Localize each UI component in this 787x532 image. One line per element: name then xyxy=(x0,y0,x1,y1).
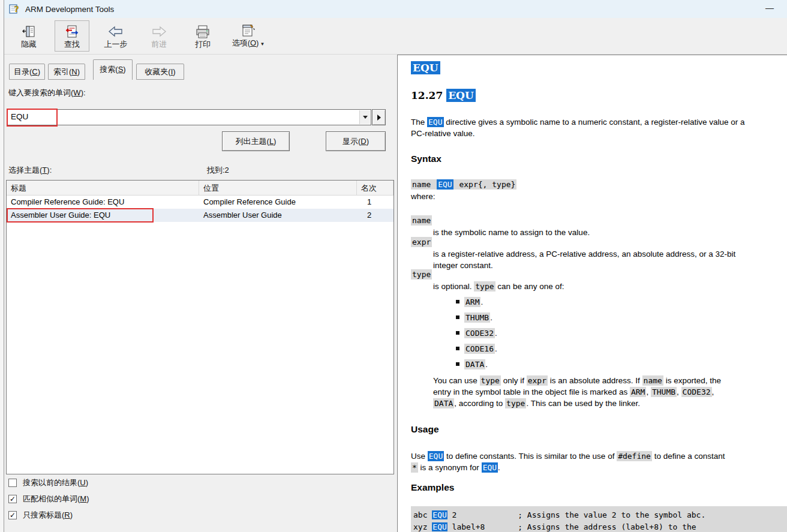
table-row[interactable]: Compiler Reference Guide: EQU Compiler R… xyxy=(7,196,394,209)
list-item: THUMB. xyxy=(456,312,492,323)
print-icon xyxy=(194,24,211,40)
definition-term: type xyxy=(411,269,432,280)
find-label: 查找 xyxy=(64,40,80,49)
hide-button[interactable]: 隐藏 xyxy=(13,20,45,52)
back-button[interactable]: 上一步 xyxy=(98,20,134,52)
content-pane: EQU 12.27 EQU The EQU directive gives a … xyxy=(397,55,787,532)
navigation-pane: 目录(C) 索引(N) 搜索(S) 收藏夹(I) 键入要搜索的单词(W): EQ… xyxy=(4,55,396,532)
checkbox-box[interactable]: ✓ xyxy=(8,511,17,519)
results-header-row: 标题 位置 名次 xyxy=(7,181,394,196)
tab-contents[interactable]: 目录(C) xyxy=(9,64,45,80)
toolbar: 隐藏 查找 上一步 xyxy=(4,18,787,55)
arrow-right-icon xyxy=(377,115,381,121)
print-button[interactable]: 打印 xyxy=(186,20,220,52)
list-topics-button[interactable]: 列出主题(L) xyxy=(222,131,290,151)
note-line: entry in the symbol table in the object … xyxy=(433,386,714,398)
display-button[interactable]: 显示(D) xyxy=(326,131,386,151)
code-line: xyz EQU label+8 ; Assigns the address (l… xyxy=(413,521,787,532)
list-item: CODE32. xyxy=(456,327,497,339)
checkbox-match-similar[interactable]: ✓ 匹配相似的单词(M) xyxy=(8,494,89,504)
expand-arrow-button[interactable] xyxy=(372,109,386,125)
chevron-down-icon xyxy=(363,116,368,119)
definition-desc: is a register-relative address, a PC-rel… xyxy=(433,248,735,260)
search-value: EQU xyxy=(11,112,28,121)
keyword-label: 键入要搜索的单词(W): xyxy=(8,88,86,98)
minimize-button[interactable]: — xyxy=(763,2,776,14)
svg-text:?: ? xyxy=(14,4,19,14)
help-topic: EQU 12.27 EQU The EQU directive gives a … xyxy=(398,55,787,532)
checkbox-box[interactable]: ✓ xyxy=(8,495,17,503)
back-label: 上一步 xyxy=(104,40,128,49)
list-item: DATA. xyxy=(456,359,488,370)
options-icon xyxy=(239,23,257,38)
find-button[interactable]: 查找 xyxy=(55,20,89,52)
usage-line: * is a synonym for EQU. xyxy=(411,462,500,473)
definition-desc: is the symbolic name to assign to the va… xyxy=(433,227,590,238)
tab-favorites[interactable]: 收藏夹(I) xyxy=(136,64,184,80)
note-line: You can use type only if expr is an abso… xyxy=(433,375,721,386)
find-icon xyxy=(64,24,80,40)
window-title: ARM Development Tools xyxy=(25,5,114,14)
title-bar: ? ARM Development Tools — xyxy=(4,0,787,18)
print-label: 打印 xyxy=(195,40,211,49)
app-window: ? ARM Development Tools — 隐藏 xyxy=(0,0,787,532)
note-line: DATA, according to type. This can be use… xyxy=(433,398,640,409)
syntax-code-line: name EQU expr{, type} xyxy=(411,179,516,190)
bullet-square-icon xyxy=(456,300,459,303)
column-header-location[interactable]: 位置 xyxy=(199,181,357,195)
forward-button: 前进 xyxy=(141,20,177,52)
bullet-square-icon xyxy=(456,347,459,350)
list-item: ARM. xyxy=(456,296,483,308)
column-header-rank[interactable]: 名次 xyxy=(357,181,394,195)
forward-label: 前进 xyxy=(151,40,167,49)
checkbox-titles-only[interactable]: ✓ 只搜索标题(R) xyxy=(8,510,73,521)
code-line: abc EQU 2 ; Assigns the value 2 to the s… xyxy=(413,509,787,521)
hide-label: 隐藏 xyxy=(21,40,37,49)
background-window-edge xyxy=(0,0,4,532)
intro-line: PC-relative value. xyxy=(411,128,475,139)
search-input[interactable]: EQU xyxy=(7,109,371,125)
table-row-selected[interactable]: Assembler User Guide: EQU Assembler User… xyxy=(7,209,394,222)
example-code-block: abc EQU 2 ; Assigns the value 2 to the s… xyxy=(411,506,787,532)
bullet-square-icon xyxy=(456,315,459,319)
help-book-icon: ? xyxy=(9,4,21,14)
combo-dropdown-button[interactable] xyxy=(359,110,370,124)
definition-term: expr xyxy=(411,236,432,248)
chevron-down-icon: ▼ xyxy=(260,41,265,47)
forward-arrow-icon xyxy=(150,24,168,40)
examples-heading: Examples xyxy=(411,482,454,494)
tab-search[interactable]: 搜索(S) xyxy=(93,59,133,80)
found-count-label: 找到:2 xyxy=(207,165,229,176)
hide-icon xyxy=(21,24,37,40)
syntax-heading: Syntax xyxy=(411,153,441,165)
section-heading: 12.27 EQU xyxy=(411,89,476,102)
intro-line: The EQU directive gives a symbolic name … xyxy=(411,116,744,128)
options-label: 选项(O) xyxy=(232,38,259,47)
topic-title: EQU xyxy=(411,61,440,74)
options-button[interactable]: 选项(O)▼ xyxy=(229,20,268,52)
back-arrow-icon xyxy=(107,24,125,40)
checkbox-search-previous[interactable]: 搜索以前的结果(U) xyxy=(8,477,88,488)
definition-term: name xyxy=(411,215,432,226)
checkbox-box[interactable] xyxy=(8,479,17,487)
column-header-title[interactable]: 标题 xyxy=(7,181,199,195)
usage-heading: Usage xyxy=(411,423,439,435)
where-line: where: xyxy=(411,191,435,202)
bullet-square-icon xyxy=(456,362,459,366)
list-item: CODE16. xyxy=(456,343,497,354)
bullet-square-icon xyxy=(456,331,459,335)
definition-desc: integer constant. xyxy=(433,260,493,271)
definition-desc: is optional. type can be any one of: xyxy=(433,281,564,292)
tab-index[interactable]: 索引(N) xyxy=(48,64,85,80)
select-topic-label: 选择主题(T): xyxy=(8,165,52,176)
usage-line: Use EQU to define constants. This is sim… xyxy=(411,450,725,462)
search-results-list: 标题 位置 名次 Compiler Reference Guide: EQU C… xyxy=(6,180,394,474)
